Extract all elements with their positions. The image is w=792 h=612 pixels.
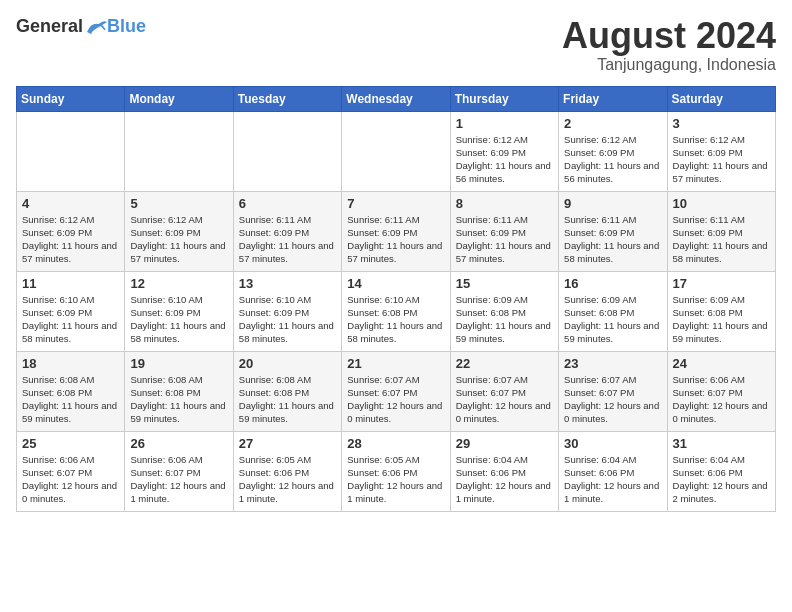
weekday-header-tuesday: Tuesday [233, 86, 341, 111]
calendar-week-row: 18Sunrise: 6:08 AMSunset: 6:08 PMDayligh… [17, 351, 776, 431]
calendar-cell: 2Sunrise: 6:12 AMSunset: 6:09 PMDaylight… [559, 111, 667, 191]
day-detail: Sunrise: 6:08 AMSunset: 6:08 PMDaylight:… [239, 373, 336, 426]
day-number: 14 [347, 276, 444, 291]
day-detail: Sunrise: 6:04 AMSunset: 6:06 PMDaylight:… [673, 453, 770, 506]
weekday-header-monday: Monday [125, 86, 233, 111]
day-number: 17 [673, 276, 770, 291]
calendar-cell: 20Sunrise: 6:08 AMSunset: 6:08 PMDayligh… [233, 351, 341, 431]
logo-general-text: General [16, 16, 83, 37]
calendar-cell [17, 111, 125, 191]
day-number: 24 [673, 356, 770, 371]
day-detail: Sunrise: 6:11 AMSunset: 6:09 PMDaylight:… [456, 213, 553, 266]
calendar-cell: 23Sunrise: 6:07 AMSunset: 6:07 PMDayligh… [559, 351, 667, 431]
day-number: 25 [22, 436, 119, 451]
calendar-cell: 18Sunrise: 6:08 AMSunset: 6:08 PMDayligh… [17, 351, 125, 431]
calendar-cell: 13Sunrise: 6:10 AMSunset: 6:09 PMDayligh… [233, 271, 341, 351]
day-number: 15 [456, 276, 553, 291]
day-detail: Sunrise: 6:11 AMSunset: 6:09 PMDaylight:… [347, 213, 444, 266]
day-detail: Sunrise: 6:11 AMSunset: 6:09 PMDaylight:… [239, 213, 336, 266]
day-detail: Sunrise: 6:11 AMSunset: 6:09 PMDaylight:… [673, 213, 770, 266]
logo-blue-text: Blue [107, 16, 146, 37]
day-detail: Sunrise: 6:11 AMSunset: 6:09 PMDaylight:… [564, 213, 661, 266]
calendar-cell: 8Sunrise: 6:11 AMSunset: 6:09 PMDaylight… [450, 191, 558, 271]
day-number: 21 [347, 356, 444, 371]
day-number: 19 [130, 356, 227, 371]
calendar-cell: 3Sunrise: 6:12 AMSunset: 6:09 PMDaylight… [667, 111, 775, 191]
calendar-cell: 21Sunrise: 6:07 AMSunset: 6:07 PMDayligh… [342, 351, 450, 431]
calendar-cell: 10Sunrise: 6:11 AMSunset: 6:09 PMDayligh… [667, 191, 775, 271]
day-number: 4 [22, 196, 119, 211]
day-detail: Sunrise: 6:12 AMSunset: 6:09 PMDaylight:… [22, 213, 119, 266]
calendar-cell [233, 111, 341, 191]
day-detail: Sunrise: 6:04 AMSunset: 6:06 PMDaylight:… [564, 453, 661, 506]
calendar-cell: 19Sunrise: 6:08 AMSunset: 6:08 PMDayligh… [125, 351, 233, 431]
day-detail: Sunrise: 6:07 AMSunset: 6:07 PMDaylight:… [456, 373, 553, 426]
day-number: 2 [564, 116, 661, 131]
month-year-title: August 2024 [562, 16, 776, 56]
calendar-cell: 14Sunrise: 6:10 AMSunset: 6:08 PMDayligh… [342, 271, 450, 351]
calendar-cell: 28Sunrise: 6:05 AMSunset: 6:06 PMDayligh… [342, 431, 450, 511]
calendar-cell: 12Sunrise: 6:10 AMSunset: 6:09 PMDayligh… [125, 271, 233, 351]
day-detail: Sunrise: 6:05 AMSunset: 6:06 PMDaylight:… [347, 453, 444, 506]
day-detail: Sunrise: 6:09 AMSunset: 6:08 PMDaylight:… [673, 293, 770, 346]
calendar-cell: 31Sunrise: 6:04 AMSunset: 6:06 PMDayligh… [667, 431, 775, 511]
title-block: August 2024 Tanjungagung, Indonesia [562, 16, 776, 74]
day-detail: Sunrise: 6:12 AMSunset: 6:09 PMDaylight:… [456, 133, 553, 186]
day-detail: Sunrise: 6:06 AMSunset: 6:07 PMDaylight:… [22, 453, 119, 506]
calendar-cell: 7Sunrise: 6:11 AMSunset: 6:09 PMDaylight… [342, 191, 450, 271]
calendar-cell [342, 111, 450, 191]
day-detail: Sunrise: 6:07 AMSunset: 6:07 PMDaylight:… [564, 373, 661, 426]
calendar-cell: 15Sunrise: 6:09 AMSunset: 6:08 PMDayligh… [450, 271, 558, 351]
calendar-cell [125, 111, 233, 191]
day-number: 30 [564, 436, 661, 451]
day-number: 29 [456, 436, 553, 451]
day-number: 11 [22, 276, 119, 291]
calendar-cell: 1Sunrise: 6:12 AMSunset: 6:09 PMDaylight… [450, 111, 558, 191]
calendar-cell: 30Sunrise: 6:04 AMSunset: 6:06 PMDayligh… [559, 431, 667, 511]
day-number: 16 [564, 276, 661, 291]
day-detail: Sunrise: 6:10 AMSunset: 6:09 PMDaylight:… [130, 293, 227, 346]
weekday-header-friday: Friday [559, 86, 667, 111]
calendar-cell: 5Sunrise: 6:12 AMSunset: 6:09 PMDaylight… [125, 191, 233, 271]
logo-bird-icon [85, 18, 107, 36]
day-number: 6 [239, 196, 336, 211]
weekday-header-thursday: Thursday [450, 86, 558, 111]
day-number: 8 [456, 196, 553, 211]
day-number: 10 [673, 196, 770, 211]
day-number: 7 [347, 196, 444, 211]
calendar-cell: 26Sunrise: 6:06 AMSunset: 6:07 PMDayligh… [125, 431, 233, 511]
day-number: 26 [130, 436, 227, 451]
calendar-cell: 22Sunrise: 6:07 AMSunset: 6:07 PMDayligh… [450, 351, 558, 431]
weekday-header-wednesday: Wednesday [342, 86, 450, 111]
day-detail: Sunrise: 6:12 AMSunset: 6:09 PMDaylight:… [673, 133, 770, 186]
calendar-cell: 6Sunrise: 6:11 AMSunset: 6:09 PMDaylight… [233, 191, 341, 271]
day-number: 28 [347, 436, 444, 451]
calendar-cell: 11Sunrise: 6:10 AMSunset: 6:09 PMDayligh… [17, 271, 125, 351]
day-number: 9 [564, 196, 661, 211]
calendar-week-row: 4Sunrise: 6:12 AMSunset: 6:09 PMDaylight… [17, 191, 776, 271]
calendar-week-row: 25Sunrise: 6:06 AMSunset: 6:07 PMDayligh… [17, 431, 776, 511]
weekday-header-saturday: Saturday [667, 86, 775, 111]
day-number: 18 [22, 356, 119, 371]
day-number: 13 [239, 276, 336, 291]
day-detail: Sunrise: 6:12 AMSunset: 6:09 PMDaylight:… [130, 213, 227, 266]
calendar-week-row: 11Sunrise: 6:10 AMSunset: 6:09 PMDayligh… [17, 271, 776, 351]
weekday-header-sunday: Sunday [17, 86, 125, 111]
day-number: 23 [564, 356, 661, 371]
day-detail: Sunrise: 6:08 AMSunset: 6:08 PMDaylight:… [130, 373, 227, 426]
day-detail: Sunrise: 6:08 AMSunset: 6:08 PMDaylight:… [22, 373, 119, 426]
calendar-cell: 25Sunrise: 6:06 AMSunset: 6:07 PMDayligh… [17, 431, 125, 511]
day-detail: Sunrise: 6:09 AMSunset: 6:08 PMDaylight:… [564, 293, 661, 346]
day-number: 5 [130, 196, 227, 211]
calendar-cell: 16Sunrise: 6:09 AMSunset: 6:08 PMDayligh… [559, 271, 667, 351]
calendar-header-row: SundayMondayTuesdayWednesdayThursdayFrid… [17, 86, 776, 111]
calendar-cell: 4Sunrise: 6:12 AMSunset: 6:09 PMDaylight… [17, 191, 125, 271]
day-number: 27 [239, 436, 336, 451]
day-detail: Sunrise: 6:04 AMSunset: 6:06 PMDaylight:… [456, 453, 553, 506]
day-number: 22 [456, 356, 553, 371]
calendar-table: SundayMondayTuesdayWednesdayThursdayFrid… [16, 86, 776, 512]
day-number: 12 [130, 276, 227, 291]
calendar-week-row: 1Sunrise: 6:12 AMSunset: 6:09 PMDaylight… [17, 111, 776, 191]
day-number: 20 [239, 356, 336, 371]
day-detail: Sunrise: 6:12 AMSunset: 6:09 PMDaylight:… [564, 133, 661, 186]
